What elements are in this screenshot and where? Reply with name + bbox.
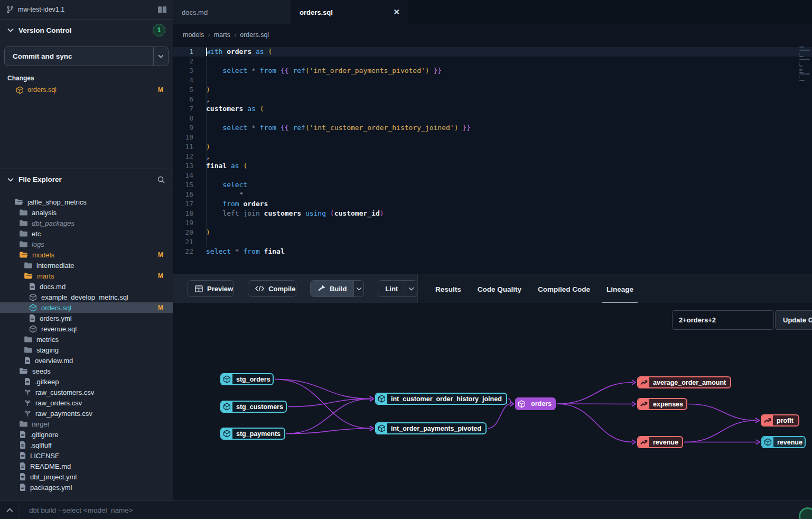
code-line-10[interactable]: 10 <box>173 133 812 142</box>
code-line-15[interactable]: 15 select <box>173 180 812 190</box>
build-button[interactable]: Build <box>310 280 364 297</box>
file-name: packages.yml <box>30 484 163 492</box>
file-tree-item-docs-md[interactable]: docs.md <box>0 281 173 292</box>
tab-lineage[interactable]: Lineage <box>606 285 633 303</box>
code-line-2[interactable]: 2 <box>173 57 812 66</box>
breadcrumb-item[interactable]: orders.sql <box>240 31 269 39</box>
lint-button[interactable]: Lint <box>378 280 417 297</box>
commit-and-sync-label: Commit and sync <box>5 47 153 66</box>
file-tree-item--gitignore[interactable]: .gitignore <box>0 429 173 440</box>
lineage-node-stg_orders[interactable]: stg_orders <box>220 373 274 385</box>
code-line-3[interactable]: 3 select * from {{ ref('int_order_paymen… <box>173 66 812 76</box>
file-tree-item-packages-yml[interactable]: packages.yml <box>0 482 173 493</box>
code-line-21[interactable]: 21 <box>173 237 812 247</box>
file-name: analysis <box>32 209 163 217</box>
code-line-18[interactable]: 18 left join customers using (customer_i… <box>173 209 812 218</box>
file-explorer-header[interactable]: File Explorer <box>0 169 173 190</box>
lint-options-caret[interactable] <box>405 281 417 296</box>
update-graph-button[interactable]: Update Graph <box>775 310 812 330</box>
lineage-node-stg_customers[interactable]: stg_customers <box>220 401 287 413</box>
code-editor[interactable]: 1with orders as (23 select * from {{ ref… <box>173 45 812 274</box>
modified-badge: M <box>158 304 163 311</box>
file-tree-item-analysis[interactable]: analysis <box>0 207 173 218</box>
changed-file-row[interactable]: orders.sql M <box>0 84 173 96</box>
minimap[interactable] <box>798 46 811 81</box>
file-tree-item-revenue-sql[interactable]: revenue.sql <box>0 323 173 334</box>
chevron-up-icon[interactable] <box>0 501 20 519</box>
code-line-13[interactable]: 13final as ( <box>173 161 812 171</box>
file-tree-item-jaffle-shop-metrics[interactable]: jaffle_shop_metrics <box>0 197 173 207</box>
file-tree-item-metrics[interactable]: metrics <box>0 334 173 345</box>
compile-button[interactable]: Compile <box>248 280 296 297</box>
code-line-20[interactable]: 20) <box>173 228 812 237</box>
file-tree-item-overview-md[interactable]: overview.md <box>0 355 173 366</box>
file-tree-item-example-develop-metric-sql[interactable]: example_develop_metric.sql <box>0 292 173 302</box>
lineage-node-revenue_metric[interactable]: revenue <box>637 436 683 448</box>
code-line-4[interactable]: 4 <box>173 76 812 85</box>
code-line-9[interactable]: 9 select * from {{ ref('int_customer_ord… <box>173 123 812 133</box>
file-tree-item-marts[interactable]: martsM <box>0 271 173 281</box>
code-line-17[interactable]: 17 from orders <box>173 199 812 209</box>
tab-code-quality[interactable]: Code Quality <box>478 285 521 303</box>
file-tree-item-readme-md[interactable]: README.md <box>0 461 173 471</box>
breadcrumb-item[interactable]: marts <box>214 31 230 39</box>
search-icon[interactable] <box>157 175 165 184</box>
file-tree-item-dbt-packages[interactable]: dbt_packages <box>0 218 173 228</box>
file-tree-item-seeds[interactable]: seeds <box>0 366 173 376</box>
editor-tab-orders-sql[interactable]: orders.sql✕ <box>291 0 409 24</box>
file-tree-item-orders-sql[interactable]: orders.sqlM <box>0 302 173 313</box>
file-tree-item-raw-customers-csv[interactable]: raw_customers.csv <box>0 387 173 397</box>
command-input[interactable] <box>20 506 812 514</box>
node-label: profit <box>773 415 798 425</box>
lineage-node-int_order_payments_pivoted[interactable]: int_order_payments_pivoted <box>375 422 487 434</box>
editor-tab-docs-md[interactable]: docs.md <box>173 0 291 24</box>
code-line-11[interactable]: 11) <box>173 142 812 152</box>
file-tree-item-staging[interactable]: staging <box>0 345 173 355</box>
lineage-node-average_order_amount[interactable]: average_order_amount <box>637 376 731 388</box>
code-line-16[interactable]: 16 * <box>173 190 812 199</box>
tab-compiled-code[interactable]: Compiled Code <box>538 285 590 303</box>
split-view-icon[interactable] <box>158 6 166 13</box>
file-tree-item-target[interactable]: target <box>0 419 173 429</box>
file-tree-item-etc[interactable]: etc <box>0 228 173 239</box>
version-control-header[interactable]: Version Control 1 <box>0 20 173 41</box>
code-line-7[interactable]: 7customers as ( <box>173 104 812 114</box>
lineage-node-expenses[interactable]: expenses <box>637 398 687 410</box>
code-line-14[interactable]: 14 <box>173 171 812 180</box>
file-tree-item-raw-payments-csv[interactable]: raw_payments.csv <box>0 408 173 419</box>
commit-and-sync-button[interactable]: Commit and sync <box>4 47 169 66</box>
preview-button[interactable]: Preview <box>188 280 234 297</box>
lineage-node-revenue_model[interactable]: revenue <box>761 436 806 448</box>
code-line-22[interactable]: 22select * from final <box>173 247 812 256</box>
code-line-6[interactable]: 6, <box>173 95 812 104</box>
code-line-12[interactable]: 12, <box>173 152 812 161</box>
tab-results[interactable]: Results <box>435 285 461 303</box>
lineage-node-stg_payments[interactable]: stg_payments <box>220 428 285 440</box>
code-line-19[interactable]: 19 <box>173 218 812 228</box>
build-options-caret[interactable] <box>353 281 363 296</box>
lineage-selector-input[interactable] <box>672 310 774 330</box>
breadcrumb-item[interactable]: models <box>183 31 204 39</box>
breadcrumb: models›marts›orders.sql <box>173 24 812 45</box>
file-tree-item--gitkeep[interactable]: .gitkeep <box>0 376 173 387</box>
file-tree-item-logs[interactable]: logs <box>0 239 173 249</box>
folder-open-icon <box>20 368 28 374</box>
lineage-node-profit[interactable]: profit <box>761 414 799 427</box>
file-tree-item-license[interactable]: LICENSE <box>0 450 173 461</box>
lineage-node-orders[interactable]: orders <box>515 397 556 410</box>
code-line-8[interactable]: 8 <box>173 114 812 123</box>
lineage-node-int_customer_order_history_joined[interactable]: int_customer_order_history_joined <box>375 393 507 405</box>
file-tree-item-dbt-project-yml[interactable]: dbt_project.yml <box>0 471 173 482</box>
commit-options-caret[interactable] <box>153 47 168 66</box>
file-tree-item-intermediate[interactable]: intermediate <box>0 260 173 271</box>
code-line-5[interactable]: 5) <box>173 85 812 95</box>
file-tree-item-orders-yml[interactable]: orders.yml <box>0 313 173 323</box>
model-cube-icon <box>221 429 232 439</box>
metric-chart-icon <box>762 415 773 425</box>
file-tree-item-raw-orders-csv[interactable]: raw_orders.csv <box>0 397 173 408</box>
file-tree-item--sqlfluff[interactable]: .sqlfluff <box>0 440 173 450</box>
code-line-1[interactable]: 1with orders as ( <box>173 47 812 57</box>
close-icon[interactable]: ✕ <box>393 7 400 17</box>
editor-pane: docs.mdorders.sql✕ models›marts›orders.s… <box>173 0 812 274</box>
file-tree-item-models[interactable]: modelsM <box>0 249 173 260</box>
